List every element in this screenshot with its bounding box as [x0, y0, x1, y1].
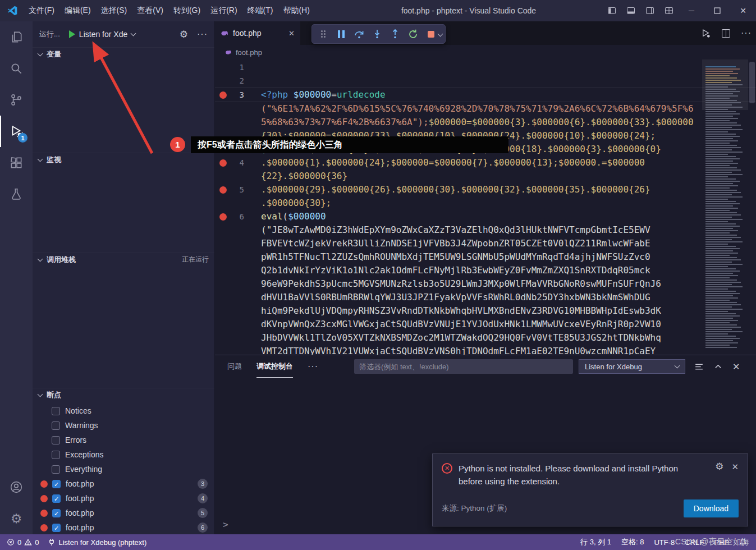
gutter[interactable]: [215, 223, 261, 237]
scrollbar-thumb[interactable]: [749, 62, 755, 103]
checkbox-unchecked[interactable]: [52, 421, 60, 430]
code-area[interactable]: 123<?php $000000=urldecode("%6E1%7A%62%2…: [215, 59, 756, 355]
account-button[interactable]: [0, 471, 33, 503]
console-filter-input[interactable]: [354, 359, 573, 374]
menu-file[interactable]: 文件(F): [24, 3, 59, 19]
customize-layout-icon[interactable]: [659, 0, 679, 21]
menu-view[interactable]: 查看(V): [132, 3, 168, 19]
close-tab-icon[interactable]: ✕: [288, 29, 295, 38]
section-watch[interactable]: 监视: [33, 153, 214, 166]
gutter[interactable]: [215, 264, 261, 277]
gutter[interactable]: [215, 102, 261, 116]
chevron-down-icon[interactable]: [131, 30, 136, 36]
breakpoint-dot-icon[interactable]: [219, 91, 227, 99]
gutter[interactable]: 2: [215, 74, 261, 88]
indentation[interactable]: 空格: 8: [618, 537, 647, 547]
checkbox-checked[interactable]: ✓: [52, 494, 61, 503]
menu-selection[interactable]: 选择(S): [96, 3, 132, 19]
sidebar-item-source-control[interactable]: [0, 84, 33, 116]
configure-gear-icon[interactable]: ⚙: [180, 30, 188, 39]
breakpoint-filter-row[interactable]: Everything: [33, 462, 214, 476]
gutter[interactable]: [215, 277, 261, 291]
eol-sequence[interactable]: CRLF: [681, 538, 707, 547]
debug-session-status[interactable]: Listen for Xdebug (phptext): [44, 538, 150, 547]
toggle-panel-icon[interactable]: [621, 0, 640, 21]
sidebar-item-run-debug[interactable]: 1: [0, 116, 33, 147]
checkbox-unchecked[interactable]: [52, 465, 60, 474]
menu-help[interactable]: 帮助(H): [278, 3, 314, 19]
checkbox-unchecked[interactable]: [52, 436, 60, 444]
gutter[interactable]: 3: [215, 88, 261, 102]
tab-problems[interactable]: 问题: [227, 355, 242, 378]
breakpoint-row[interactable]: ✓ foot.php 5: [33, 506, 214, 520]
toolbar-drag-handle[interactable]: [315, 26, 331, 42]
step-over-icon[interactable]: [351, 26, 367, 42]
notification-source[interactable]: 来源: Python (扩展): [442, 503, 507, 514]
breakpoint-row[interactable]: ✓ foot.php 3: [33, 476, 214, 491]
gutter[interactable]: [215, 318, 261, 331]
gutter[interactable]: 6: [215, 210, 261, 223]
gutter[interactable]: [215, 250, 261, 264]
breakpoint-filter-row[interactable]: Notices: [33, 404, 214, 418]
tab-foot-php[interactable]: foot.php ✕: [215, 21, 300, 45]
launch-config-dropdown[interactable]: Listen for Xde: [79, 30, 127, 39]
gutter[interactable]: [215, 196, 261, 210]
notifications-bell-icon[interactable]: [736, 538, 750, 546]
gutter[interactable]: [215, 291, 261, 304]
gutter[interactable]: 4: [215, 156, 261, 169]
more-actions-icon[interactable]: ···: [741, 28, 752, 38]
breakpoint-filter-row[interactable]: Exceptions: [33, 447, 214, 462]
start-debugging-icon[interactable]: [69, 30, 75, 38]
language-mode[interactable]: PHP: [711, 538, 732, 547]
problems-status[interactable]: 0 0: [3, 538, 42, 547]
tab-debug-console[interactable]: 调试控制台: [256, 355, 293, 378]
section-variables[interactable]: 变量: [33, 47, 214, 61]
encoding[interactable]: UTF-8: [650, 538, 678, 547]
settings-button[interactable]: ⚙: [0, 503, 33, 534]
minimap[interactable]: [702, 59, 756, 355]
stop-icon[interactable]: [423, 26, 439, 42]
debug-run-icon[interactable]: [700, 28, 711, 39]
menu-terminal[interactable]: 终端(T): [242, 3, 278, 19]
toggle-secondary-sidebar-icon[interactable]: [640, 0, 659, 21]
breakpoint-row[interactable]: ✓ foot.php 4: [33, 491, 214, 506]
cursor-position[interactable]: 行 3, 列 1: [577, 537, 615, 547]
section-call-stack[interactable]: 调用堆栈 正在运行: [33, 253, 214, 266]
breadcrumb-item[interactable]: foot.php: [236, 48, 262, 57]
sidebar-item-testing[interactable]: [0, 178, 33, 210]
checkbox-checked[interactable]: ✓: [52, 480, 61, 488]
minimize-button[interactable]: ─: [679, 0, 704, 21]
restart-icon[interactable]: [405, 26, 421, 42]
checkbox-checked[interactable]: ✓: [52, 524, 61, 532]
pause-icon[interactable]: [333, 26, 349, 42]
close-window-button[interactable]: ✕: [730, 0, 756, 21]
download-button[interactable]: Download: [684, 499, 739, 517]
breakpoint-row[interactable]: ✓ foot.php 6: [33, 520, 214, 534]
gutter[interactable]: 5: [215, 183, 261, 196]
close-panel-icon[interactable]: ✕: [732, 361, 740, 372]
gutter[interactable]: [215, 304, 261, 318]
gutter[interactable]: [215, 331, 261, 345]
notification-settings-icon[interactable]: ⚙: [715, 462, 723, 488]
maximize-panel-icon[interactable]: [714, 363, 722, 371]
more-actions-icon[interactable]: ···: [197, 29, 208, 39]
split-editor-icon[interactable]: [721, 29, 731, 38]
more-tabs-icon[interactable]: ···: [308, 361, 318, 372]
toggle-sidebar-icon[interactable]: [602, 0, 621, 21]
maximize-button[interactable]: [704, 0, 730, 21]
sidebar-item-search[interactable]: [0, 53, 33, 84]
breadcrumb[interactable]: foot.php: [215, 45, 756, 59]
gutter[interactable]: [215, 237, 261, 250]
sidebar-item-extensions[interactable]: [0, 147, 33, 178]
checkbox-unchecked[interactable]: [52, 451, 60, 459]
gutter[interactable]: [215, 169, 261, 183]
checkbox-checked[interactable]: ✓: [52, 509, 61, 517]
breakpoint-dot-icon[interactable]: [219, 159, 227, 167]
checkbox-unchecked[interactable]: [52, 407, 60, 415]
gutter[interactable]: [215, 345, 261, 355]
breakpoint-dot-icon[interactable]: [219, 213, 227, 221]
gutter[interactable]: 1: [215, 61, 261, 74]
menu-run[interactable]: 运行(R): [205, 3, 242, 19]
breakpoint-filter-row[interactable]: Errors: [33, 433, 214, 447]
menu-goto[interactable]: 转到(G): [168, 3, 205, 19]
